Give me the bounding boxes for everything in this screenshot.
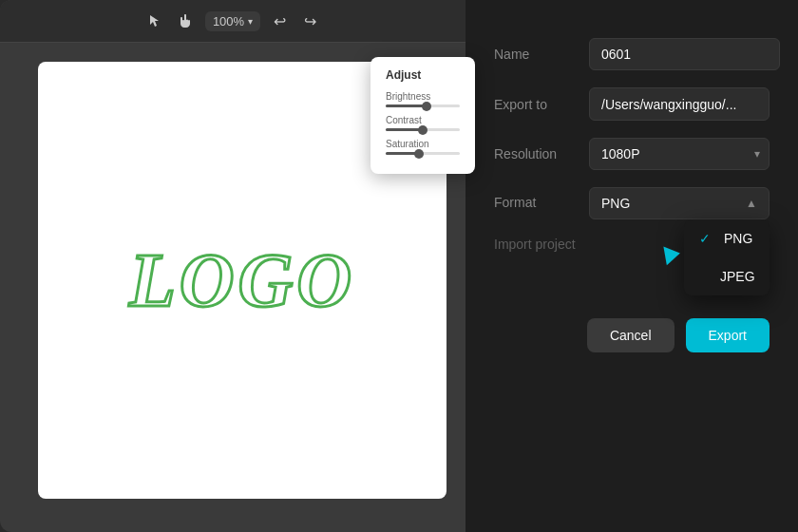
zoom-chevron-icon: ▾ xyxy=(248,16,253,27)
name-row: Name xyxy=(494,38,770,70)
export-to-input[interactable] xyxy=(590,89,770,120)
logo-display: LOGO xyxy=(129,238,355,324)
saturation-track[interactable] xyxy=(386,152,460,155)
zoom-control[interactable]: 100% ▾ xyxy=(205,11,260,31)
contrast-label: Contrast xyxy=(386,115,460,125)
resolution-row: Resolution 720P 1080P 4K ▾ xyxy=(494,138,770,170)
adjust-panel: Adjust Brightness Contrast Saturation xyxy=(370,57,475,174)
format-chevron-icon: ▲ xyxy=(746,197,757,210)
brightness-track[interactable] xyxy=(386,104,460,107)
format-value: PNG xyxy=(601,196,630,211)
png-check-icon: ✓ xyxy=(699,231,714,246)
saturation-label: Saturation xyxy=(386,139,460,149)
select-tool-icon[interactable] xyxy=(144,10,167,32)
export-panel: Name Export to Resolution 720P 1080P 4K … xyxy=(466,0,798,532)
import-project-label: Import project xyxy=(494,237,589,252)
adjust-title: Adjust xyxy=(386,68,460,82)
dropdown-item-png[interactable]: ✓ PNG xyxy=(684,219,770,257)
format-dropdown: ✓ PNG ✓ JPEG xyxy=(684,219,770,295)
cancel-button[interactable]: Cancel xyxy=(587,318,674,352)
png-label: PNG xyxy=(724,231,752,246)
redo-icon[interactable]: ↪ xyxy=(298,10,321,32)
zoom-value: 100% xyxy=(213,14,244,28)
export-to-row: Export to xyxy=(494,87,770,121)
contrast-track[interactable] xyxy=(386,128,460,131)
format-label: Format xyxy=(494,187,589,210)
undo-icon[interactable]: ↩ xyxy=(268,10,291,32)
export-to-field xyxy=(589,87,770,121)
format-display[interactable]: PNG ▲ xyxy=(589,187,770,219)
mouse-cursor xyxy=(663,244,681,265)
export-to-label: Export to xyxy=(494,97,589,112)
resolution-select[interactable]: 720P 1080P 4K xyxy=(589,138,770,170)
export-button[interactable]: Export xyxy=(686,318,770,352)
saturation-row: Saturation xyxy=(386,139,460,155)
button-row: Cancel Export xyxy=(494,309,770,352)
canvas-toolbar: 100% ▾ ↩ ↪ xyxy=(0,0,466,43)
name-input[interactable] xyxy=(589,38,780,70)
brightness-label: Brightness xyxy=(386,91,460,102)
resolution-label: Resolution xyxy=(494,146,589,162)
jpeg-label: JPEG xyxy=(720,269,755,284)
format-row: Format PNG ▲ ✓ PNG ✓ JPEG xyxy=(494,187,770,219)
contrast-row: Contrast xyxy=(386,115,460,131)
dropdown-item-jpeg[interactable]: ✓ JPEG xyxy=(684,257,770,295)
hand-tool-icon[interactable] xyxy=(175,10,198,32)
jpeg-check-icon: ✓ xyxy=(699,269,711,284)
name-label: Name xyxy=(494,47,589,62)
resolution-select-wrapper: 720P 1080P 4K ▾ xyxy=(589,138,770,170)
brightness-row: Brightness xyxy=(386,91,460,107)
